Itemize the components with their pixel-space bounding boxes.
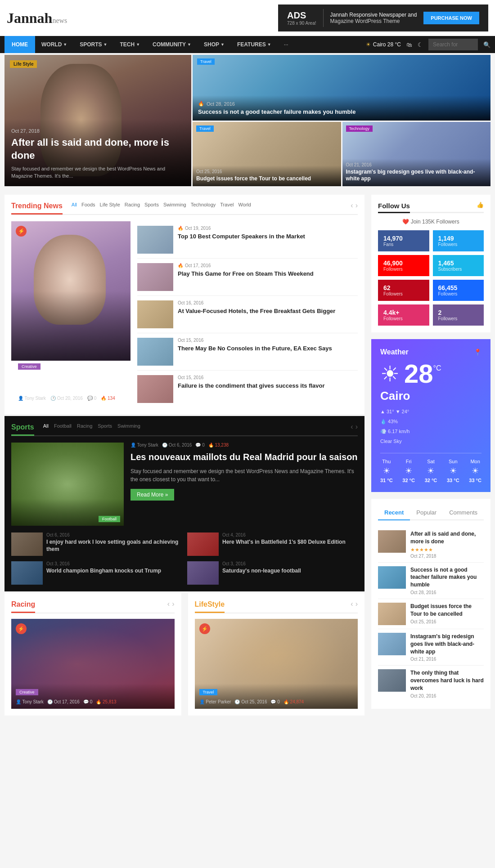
trending-item-2-title: Play This Game for Free on Steam This We…: [178, 270, 314, 278]
nav-item-home[interactable]: HOME: [4, 36, 35, 53]
sports-small-item[interactable]: Oct 3, 2016 Saturday's non-league footba…: [187, 561, 358, 585]
sports-small-item[interactable]: Oct 3, 2016 World champion Bingham knock…: [11, 561, 182, 585]
nav-item-features[interactable]: FEATURES ▼: [231, 36, 278, 53]
filter-sports[interactable]: Sports: [144, 202, 159, 207]
nav-item-more[interactable]: ···: [278, 36, 295, 53]
lifestyle-card[interactable]: ⚡ Travel 👤 Peter Parker 🕐 Oct 25, 2016 💬…: [195, 619, 358, 709]
recent-item-2[interactable]: Success is not a good teacher failure ma…: [378, 563, 484, 599]
recent-item-3[interactable]: Budget issues force the Tour to be cance…: [378, 599, 484, 629]
sports-next-arrow[interactable]: ›: [356, 423, 358, 431]
sports-filter-racing[interactable]: Racing: [77, 423, 92, 429]
vimeo-card[interactable]: 1,465 Subscribers: [433, 255, 484, 276]
tab-comments[interactable]: Comments: [443, 506, 484, 520]
lifestyle-header: LifeStyle ‹ ›: [195, 600, 358, 613]
filter-swimming[interactable]: Swimming: [163, 202, 186, 207]
follow-us-header: Follow Us 👍: [378, 201, 484, 213]
github-label: Followers: [438, 316, 479, 321]
lifestyle-prev-arrow[interactable]: ‹: [351, 600, 353, 608]
nav-item-community[interactable]: COMMUNITY ▼: [146, 36, 198, 53]
purchase-button[interactable]: PURCHASE NOW: [423, 12, 479, 24]
moon-icon[interactable]: ☾: [418, 41, 423, 48]
lifestyle-next-arrow[interactable]: ›: [356, 600, 358, 608]
hero-main-card[interactable]: Life Style Oct 27, 2018 After all is sai…: [4, 55, 191, 186]
follow-cta-text: Join 135K Followers: [411, 219, 459, 225]
follow-us-section: Follow Us 👍 ❤️ Join 135K Followers 14,97…: [371, 195, 490, 332]
racing-author: Tony Stark: [22, 699, 44, 704]
hero-bottom-right-card[interactable]: Technology Oct 21, 2016 Instagram's big …: [342, 122, 491, 186]
nav-item-world[interactable]: WORLD ▼: [35, 36, 73, 53]
facebook-count: 14,970: [383, 235, 424, 242]
hero-bottom-left-date: Oct 25, 2016: [196, 169, 338, 174]
filter-world[interactable]: World: [238, 202, 251, 207]
lifestyle-arrows: ‹ ›: [351, 600, 358, 608]
featured-author: Tony Stark: [25, 396, 46, 401]
sports-filter-swimming[interactable]: Swimming: [117, 423, 140, 429]
hero-bottom-left-card[interactable]: Travel Oct 25, 2016 Budget issues force …: [193, 122, 341, 186]
trending-title: Trending News: [11, 202, 63, 215]
filter-travel[interactable]: Travel: [220, 202, 234, 207]
nav-item-shop[interactable]: SHOP ▼: [198, 36, 231, 53]
twitter-card[interactable]: 1,149 Followers: [433, 230, 484, 251]
lifestyle-author: Peter Parker: [206, 699, 231, 704]
racing-next-arrow[interactable]: ›: [172, 600, 174, 608]
trending-item[interactable]: 🔥 Oct 17, 2016 Play This Game for Free o…: [137, 259, 358, 296]
sports-feat-bg: [11, 443, 124, 526]
twitter-label: Followers: [438, 242, 479, 247]
trending-item[interactable]: Oct 16, 2016 At Value-Focused Hotels, th…: [137, 296, 358, 333]
racing-prev-arrow[interactable]: ‹: [167, 600, 170, 608]
instagram-card[interactable]: 4.4k+ Followers: [378, 304, 429, 326]
recent-title-2: Success is not a good teacher failure ma…: [410, 566, 484, 589]
recent-item-4[interactable]: Instagram's big redesign goes live with …: [378, 629, 484, 666]
pinterest-label: Followers: [383, 291, 424, 296]
github-card[interactable]: 2 Followers: [433, 304, 484, 326]
filter-foods[interactable]: Foods: [81, 202, 95, 207]
hero-top-badge: Travel: [197, 58, 215, 65]
youtube-card[interactable]: 46,900 Followers: [378, 255, 429, 276]
trending-item[interactable]: Oct 15, 2016 There May Be No Consoles in…: [137, 333, 358, 371]
sports-small-item[interactable]: Oct 6, 2016 I enjoy hard work I love set…: [11, 532, 182, 556]
weather-low: 24°: [402, 409, 410, 414]
bag-icon[interactable]: 🛍: [406, 41, 412, 48]
sports-small-item[interactable]: Oct 4, 2016 Here What's in Battlefield 1…: [187, 532, 358, 556]
nav-item-sports[interactable]: SPORTS ▼: [73, 36, 113, 53]
hero-top-card[interactable]: Travel 🔥 Oct 28, 2016 Success is not a g…: [193, 55, 490, 121]
sports-filter-all[interactable]: All: [43, 423, 49, 429]
weather-title: Weather: [380, 348, 409, 356]
hero-bottom-left-title: Budget issues force the Tour to be cance…: [196, 175, 338, 183]
forecast-day-4: Mon ☀ 33 °C: [469, 459, 482, 483]
trending-item-4-date: Oct 15, 2016: [178, 338, 332, 343]
recent-title-1: After all is said and done, more is done: [410, 530, 484, 546]
filter-racing[interactable]: Racing: [125, 202, 140, 207]
facebook-card[interactable]: 14,970 Fans: [378, 230, 429, 251]
tab-popular[interactable]: Popular: [410, 506, 443, 520]
sports-prev-arrow[interactable]: ‹: [351, 423, 353, 431]
sports-filter-football[interactable]: Football: [54, 423, 72, 429]
trending-prev-arrow[interactable]: ‹: [351, 201, 353, 210]
trending-item[interactable]: 🔥 Oct 19, 2016 Top 10 Best Computer Spea…: [137, 221, 358, 259]
tabs-header: Recent Popular Comments: [378, 506, 484, 520]
lifestyle-section: LifeStyle ‹ › ⚡ Travel 👤 Peter Parker: [188, 593, 365, 716]
search-icon[interactable]: 🔍: [483, 41, 490, 48]
trending-item[interactable]: Oct 15, 2016 Failure is the condiment th…: [137, 371, 358, 407]
trending-next-arrow[interactable]: ›: [356, 201, 358, 210]
read-more-button[interactable]: Read More »: [130, 489, 174, 501]
search-input[interactable]: [428, 39, 478, 50]
recent-info-5: The only thing that overcomes hard luck …: [410, 669, 484, 698]
weather-city: Cairo: [380, 389, 482, 403]
nav-item-tech[interactable]: TECH ▼: [114, 36, 147, 53]
racing-meta: 👤 Tony Stark 🕐 Oct 17, 2016 💬 0 🔥 25,813: [16, 699, 170, 704]
sports-filter-sports[interactable]: Sports: [98, 423, 112, 429]
behance-card[interactable]: 66,455 Followers: [433, 280, 484, 301]
weather-location-icon[interactable]: 📍: [474, 349, 482, 356]
trending-featured-card[interactable]: Creative Not who has much is rich, but w…: [11, 221, 130, 407]
ad-text1: Jannah Responsive Newspaper and: [330, 12, 417, 18]
filter-lifestyle[interactable]: Life Style: [100, 202, 120, 207]
recent-item-5[interactable]: The only thing that overcomes hard luck …: [378, 666, 484, 702]
tab-recent[interactable]: Recent: [378, 506, 410, 520]
filter-technology[interactable]: Technology: [191, 202, 216, 207]
filter-all[interactable]: All: [72, 202, 77, 207]
pinterest-card[interactable]: 62 Followers: [378, 280, 429, 301]
trending-filters: All Foods Life Style Racing Sports Swimm…: [72, 202, 251, 210]
racing-card[interactable]: ⚡ Creative 👤 Tony Stark 🕐 Oct 17, 2016 💬…: [11, 619, 175, 709]
recent-item-1[interactable]: After all is said and done, more is done…: [378, 527, 484, 563]
